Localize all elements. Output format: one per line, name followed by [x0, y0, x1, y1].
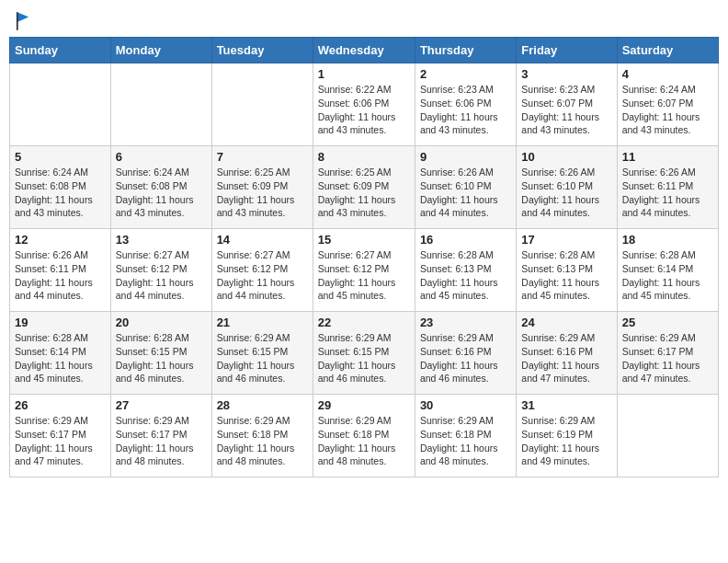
day-number: 2 [420, 67, 511, 81]
day-number: 24 [521, 316, 611, 329]
calendar-week-row: 5Sunrise: 6:24 AM Sunset: 6:08 PM Daylig… [10, 146, 719, 229]
day-info: Sunrise: 6:29 AM Sunset: 6:16 PM Dayligh… [521, 331, 611, 385]
day-number: 30 [420, 398, 511, 412]
day-info: Sunrise: 6:29 AM Sunset: 6:19 PM Dayligh… [521, 414, 611, 468]
day-number: 22 [318, 316, 410, 329]
calendar-cell: 23Sunrise: 6:29 AM Sunset: 6:16 PM Dayli… [415, 312, 516, 395]
day-info: Sunrise: 6:25 AM Sunset: 6:09 PM Dayligh… [318, 166, 410, 220]
calendar-cell: 26Sunrise: 6:29 AM Sunset: 6:17 PM Dayli… [10, 395, 111, 477]
day-number: 18 [622, 233, 713, 247]
day-number: 12 [15, 233, 106, 247]
day-info: Sunrise: 6:25 AM Sunset: 6:09 PM Dayligh… [217, 166, 308, 220]
calendar-cell: 10Sunrise: 6:26 AM Sunset: 6:10 PM Dayli… [517, 146, 617, 229]
day-info: Sunrise: 6:28 AM Sunset: 6:13 PM Dayligh… [420, 248, 511, 303]
calendar-cell: 15Sunrise: 6:27 AM Sunset: 6:12 PM Dayli… [313, 229, 415, 312]
calendar-cell: 14Sunrise: 6:27 AM Sunset: 6:12 PM Dayli… [211, 229, 313, 312]
calendar-cell: 8Sunrise: 6:25 AM Sunset: 6:09 PM Daylig… [313, 146, 415, 229]
calendar-cell: 16Sunrise: 6:28 AM Sunset: 6:13 PM Dayli… [415, 229, 516, 312]
calendar-cell: 24Sunrise: 6:29 AM Sunset: 6:16 PM Dayli… [517, 312, 617, 395]
weekday-header-row: SundayMondayTuesdayWednesdayThursdayFrid… [10, 38, 719, 63]
day-number: 26 [15, 398, 106, 412]
calendar-cell: 4Sunrise: 6:24 AM Sunset: 6:07 PM Daylig… [617, 63, 718, 146]
calendar-week-row: 19Sunrise: 6:28 AM Sunset: 6:14 PM Dayli… [10, 312, 719, 395]
calendar-cell: 2Sunrise: 6:23 AM Sunset: 6:06 PM Daylig… [415, 63, 516, 146]
weekday-header-tuesday: Tuesday [211, 38, 313, 63]
calendar-cell: 30Sunrise: 6:29 AM Sunset: 6:18 PM Dayli… [415, 395, 516, 477]
day-number: 6 [116, 150, 207, 164]
weekday-header-wednesday: Wednesday [313, 38, 415, 63]
day-number: 17 [521, 233, 611, 247]
day-info: Sunrise: 6:24 AM Sunset: 6:08 PM Dayligh… [116, 166, 207, 220]
calendar-week-row: 26Sunrise: 6:29 AM Sunset: 6:17 PM Dayli… [10, 395, 719, 477]
day-number: 25 [622, 316, 713, 329]
day-info: Sunrise: 6:29 AM Sunset: 6:17 PM Dayligh… [622, 331, 713, 385]
calendar-cell: 20Sunrise: 6:28 AM Sunset: 6:15 PM Dayli… [110, 312, 211, 395]
calendar-cell: 19Sunrise: 6:28 AM Sunset: 6:14 PM Dayli… [10, 312, 111, 395]
calendar-cell: 22Sunrise: 6:29 AM Sunset: 6:15 PM Dayli… [313, 312, 415, 395]
day-number: 4 [622, 67, 713, 81]
day-info: Sunrise: 6:29 AM Sunset: 6:15 PM Dayligh… [217, 331, 308, 385]
day-info: Sunrise: 6:29 AM Sunset: 6:17 PM Dayligh… [116, 414, 207, 468]
day-info: Sunrise: 6:23 AM Sunset: 6:06 PM Dayligh… [420, 83, 511, 137]
svg-rect-1 [17, 12, 18, 30]
day-number: 8 [318, 150, 410, 164]
calendar-cell [617, 395, 718, 477]
day-info: Sunrise: 6:27 AM Sunset: 6:12 PM Dayligh… [116, 248, 207, 303]
day-info: Sunrise: 6:26 AM Sunset: 6:10 PM Dayligh… [521, 166, 611, 220]
calendar-cell: 3Sunrise: 6:23 AM Sunset: 6:07 PM Daylig… [517, 63, 617, 146]
calendar-week-row: 12Sunrise: 6:26 AM Sunset: 6:11 PM Dayli… [10, 229, 719, 312]
day-number: 21 [217, 316, 308, 329]
day-number: 16 [420, 233, 511, 247]
day-info: Sunrise: 6:29 AM Sunset: 6:17 PM Dayligh… [15, 414, 106, 468]
calendar-cell: 13Sunrise: 6:27 AM Sunset: 6:12 PM Dayli… [110, 229, 211, 312]
day-info: Sunrise: 6:26 AM Sunset: 6:11 PM Dayligh… [15, 248, 106, 303]
day-number: 1 [318, 67, 410, 81]
day-info: Sunrise: 6:22 AM Sunset: 6:06 PM Dayligh… [318, 83, 410, 137]
day-number: 10 [521, 150, 611, 164]
day-number: 11 [622, 150, 713, 164]
page-header [9, 9, 719, 28]
day-number: 27 [116, 398, 207, 412]
svg-marker-0 [17, 12, 28, 22]
calendar-table: SundayMondayTuesdayWednesdayThursdayFrid… [9, 37, 719, 477]
day-number: 5 [15, 150, 106, 164]
day-number: 23 [420, 316, 511, 329]
day-info: Sunrise: 6:29 AM Sunset: 6:18 PM Dayligh… [318, 414, 410, 468]
day-number: 3 [521, 67, 611, 81]
day-number: 29 [318, 398, 410, 412]
day-info: Sunrise: 6:28 AM Sunset: 6:14 PM Dayligh… [15, 331, 106, 385]
calendar-cell: 17Sunrise: 6:28 AM Sunset: 6:13 PM Dayli… [517, 229, 617, 312]
day-info: Sunrise: 6:27 AM Sunset: 6:12 PM Dayligh… [217, 248, 308, 303]
logo-flag-icon [16, 12, 30, 30]
day-number: 14 [217, 233, 308, 247]
day-number: 15 [318, 233, 410, 247]
calendar-cell [10, 63, 111, 146]
calendar-cell: 29Sunrise: 6:29 AM Sunset: 6:18 PM Dayli… [313, 395, 415, 477]
day-info: Sunrise: 6:28 AM Sunset: 6:14 PM Dayligh… [622, 248, 713, 303]
day-info: Sunrise: 6:28 AM Sunset: 6:15 PM Dayligh… [116, 331, 207, 385]
day-info: Sunrise: 6:27 AM Sunset: 6:12 PM Dayligh… [318, 248, 410, 303]
day-info: Sunrise: 6:26 AM Sunset: 6:10 PM Dayligh… [420, 166, 511, 220]
day-info: Sunrise: 6:23 AM Sunset: 6:07 PM Dayligh… [521, 83, 611, 137]
day-info: Sunrise: 6:28 AM Sunset: 6:13 PM Dayligh… [521, 248, 611, 303]
day-number: 19 [15, 316, 106, 329]
calendar-cell [211, 63, 313, 146]
calendar-cell: 18Sunrise: 6:28 AM Sunset: 6:14 PM Dayli… [617, 229, 718, 312]
weekday-header-sunday: Sunday [10, 38, 111, 63]
calendar-cell: 1Sunrise: 6:22 AM Sunset: 6:06 PM Daylig… [313, 63, 415, 146]
calendar-cell: 25Sunrise: 6:29 AM Sunset: 6:17 PM Dayli… [617, 312, 718, 395]
day-info: Sunrise: 6:29 AM Sunset: 6:18 PM Dayligh… [217, 414, 308, 468]
day-number: 31 [521, 398, 611, 412]
calendar-cell: 6Sunrise: 6:24 AM Sunset: 6:08 PM Daylig… [110, 146, 211, 229]
weekday-header-monday: Monday [110, 38, 211, 63]
day-info: Sunrise: 6:24 AM Sunset: 6:08 PM Dayligh… [15, 166, 106, 220]
day-number: 28 [217, 398, 308, 412]
day-info: Sunrise: 6:29 AM Sunset: 6:16 PM Dayligh… [420, 331, 511, 385]
calendar-cell: 12Sunrise: 6:26 AM Sunset: 6:11 PM Dayli… [10, 229, 111, 312]
calendar-cell: 11Sunrise: 6:26 AM Sunset: 6:11 PM Dayli… [617, 146, 718, 229]
calendar-cell: 5Sunrise: 6:24 AM Sunset: 6:08 PM Daylig… [10, 146, 111, 229]
weekday-header-saturday: Saturday [617, 38, 718, 63]
day-number: 20 [116, 316, 207, 329]
day-info: Sunrise: 6:24 AM Sunset: 6:07 PM Dayligh… [622, 83, 713, 137]
calendar-cell: 9Sunrise: 6:26 AM Sunset: 6:10 PM Daylig… [415, 146, 516, 229]
